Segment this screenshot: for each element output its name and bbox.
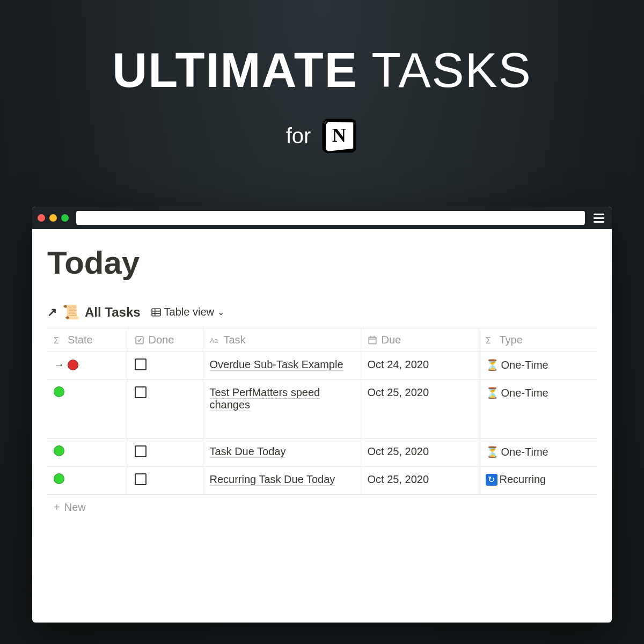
page-content: Today ↗ 📜 All Tasks Table view ⌄ ΣState … bbox=[32, 229, 612, 623]
column-header-task[interactable]: AaTask bbox=[203, 328, 361, 352]
cell-due: Oct 25, 2020 bbox=[361, 439, 479, 467]
app-window: Today ↗ 📜 All Tasks Table view ⌄ ΣState … bbox=[32, 207, 612, 623]
done-checkbox[interactable] bbox=[135, 445, 147, 457]
cell-type: ⏳One-Time bbox=[479, 439, 597, 467]
cell-done bbox=[128, 467, 203, 495]
cell-state: → bbox=[47, 352, 128, 380]
cell-task: Overdue Sub-Task Example bbox=[203, 352, 361, 380]
task-title[interactable]: Task Due Today bbox=[210, 445, 286, 458]
done-checkbox[interactable] bbox=[135, 386, 147, 398]
done-checkbox[interactable] bbox=[135, 473, 147, 485]
checkbox-icon bbox=[135, 335, 144, 345]
type-label: One-Time bbox=[501, 359, 548, 371]
cell-due: Oct 25, 2020 bbox=[361, 467, 479, 495]
formula-icon: Σ bbox=[54, 335, 63, 345]
cell-due: Oct 24, 2020 bbox=[361, 352, 479, 380]
task-title[interactable]: Recurring Task Due Today bbox=[210, 473, 335, 486]
task-title[interactable]: Test PerfMatters speed changes bbox=[210, 386, 320, 411]
chevron-down-icon: ⌄ bbox=[217, 307, 224, 317]
state-dot-icon bbox=[54, 386, 64, 397]
cell-task: Recurring Task Due Today bbox=[203, 467, 361, 495]
open-as-page-icon[interactable]: ↗ bbox=[47, 305, 57, 319]
task-title[interactable]: Overdue Sub-Task Example bbox=[210, 358, 343, 371]
svg-text:Σ: Σ bbox=[54, 335, 59, 345]
calendar-icon bbox=[368, 335, 377, 345]
cell-done bbox=[128, 439, 203, 467]
cell-state bbox=[47, 380, 128, 439]
close-icon[interactable] bbox=[38, 214, 45, 222]
hero-subtitle: for N bbox=[0, 117, 644, 155]
done-checkbox[interactable] bbox=[135, 358, 147, 370]
cell-due: Oct 25, 2020 bbox=[361, 380, 479, 439]
hero-header: ULTIMATE TASKS for N bbox=[0, 0, 644, 155]
hero-title-bold: ULTIMATE bbox=[112, 43, 358, 97]
svg-text:Σ: Σ bbox=[486, 335, 491, 345]
window-titlebar bbox=[32, 207, 612, 229]
state-dot-icon bbox=[68, 360, 78, 370]
type-label: One-Time bbox=[501, 387, 548, 399]
table-row[interactable]: Task Due TodayOct 25, 2020⏳One-Time bbox=[47, 439, 597, 467]
maximize-icon[interactable] bbox=[61, 214, 69, 222]
table-row[interactable]: Recurring Task Due TodayOct 25, 2020↻Rec… bbox=[47, 467, 597, 495]
view-label: Table view bbox=[164, 306, 214, 318]
svg-rect-2 bbox=[152, 309, 160, 316]
column-header-type[interactable]: ΣType bbox=[479, 328, 597, 352]
minimize-icon[interactable] bbox=[49, 214, 57, 222]
hero-subtitle-text: for bbox=[286, 124, 311, 148]
new-row-label: New bbox=[64, 501, 86, 514]
tasks-table: ΣState Done AaTask Due ΣType →O bbox=[47, 328, 597, 495]
view-switcher[interactable]: Table view ⌄ bbox=[151, 306, 224, 318]
recurring-icon: ↻ bbox=[486, 474, 497, 486]
hourglass-icon: ⏳ bbox=[486, 358, 499, 371]
state-dot-icon bbox=[54, 445, 64, 456]
svg-text:Aa: Aa bbox=[210, 336, 218, 344]
svg-text:N: N bbox=[332, 125, 346, 146]
database-name[interactable]: All Tasks bbox=[85, 305, 141, 320]
cell-state bbox=[47, 439, 128, 467]
cell-type: ⏳One-Time bbox=[479, 380, 597, 439]
cell-type: ⏳One-Time bbox=[479, 352, 597, 380]
notion-logo-icon: N bbox=[320, 117, 358, 155]
database-icon: 📜 bbox=[62, 304, 79, 320]
cell-type: ↻Recurring bbox=[479, 467, 597, 495]
page-title: Today bbox=[47, 244, 597, 281]
new-row-button[interactable]: + New bbox=[47, 495, 597, 520]
database-header: ↗ 📜 All Tasks Table view ⌄ bbox=[47, 304, 597, 320]
hero-title-light: TASKS bbox=[371, 43, 531, 97]
menu-icon[interactable] bbox=[591, 214, 606, 223]
cell-task: Test PerfMatters speed changes bbox=[203, 380, 361, 439]
arrow-right-icon: → bbox=[54, 358, 64, 371]
window-traffic-lights bbox=[38, 214, 69, 222]
hourglass-icon: ⏳ bbox=[486, 386, 499, 399]
cell-task: Task Due Today bbox=[203, 439, 361, 467]
table-row[interactable]: Test PerfMatters speed changesOct 25, 20… bbox=[47, 380, 597, 439]
hero-title: ULTIMATE TASKS bbox=[0, 43, 644, 98]
column-header-due[interactable]: Due bbox=[361, 328, 479, 352]
cell-state bbox=[47, 467, 128, 495]
cell-done bbox=[128, 380, 203, 439]
type-label: One-Time bbox=[501, 446, 548, 458]
plus-icon: + bbox=[54, 501, 60, 514]
title-icon: Aa bbox=[210, 335, 219, 345]
column-header-done[interactable]: Done bbox=[128, 328, 203, 352]
hourglass-icon: ⏳ bbox=[486, 445, 499, 458]
cell-done bbox=[128, 352, 203, 380]
table-row[interactable]: →Overdue Sub-Task ExampleOct 24, 2020⏳On… bbox=[47, 352, 597, 380]
state-dot-icon bbox=[54, 473, 64, 484]
column-header-state[interactable]: ΣState bbox=[47, 328, 128, 352]
formula-icon: Σ bbox=[486, 335, 495, 345]
svg-rect-9 bbox=[369, 337, 376, 343]
url-bar[interactable] bbox=[76, 211, 585, 225]
table-icon bbox=[151, 308, 161, 317]
type-label: Recurring bbox=[500, 473, 546, 486]
